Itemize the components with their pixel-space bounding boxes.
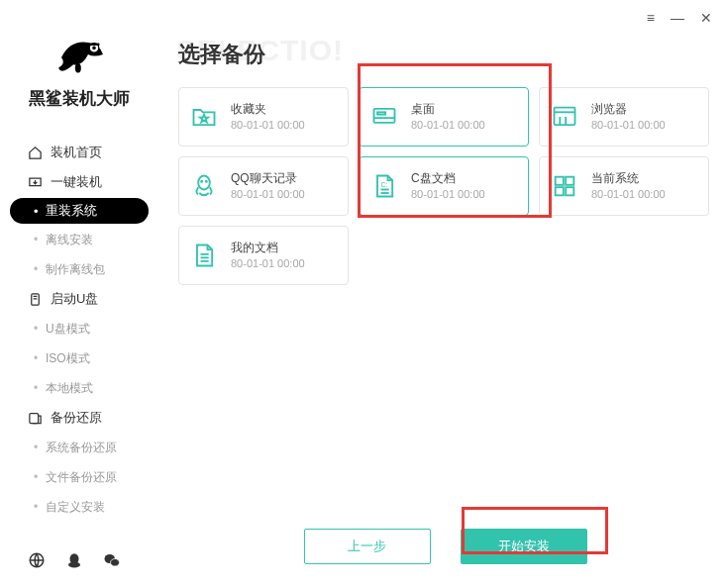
nav-label: 文件备份还原 <box>46 469 117 486</box>
folder-star-icon <box>189 102 219 132</box>
card-date: 80-01-01 00:00 <box>411 187 485 201</box>
nav-label: 备份还原 <box>51 409 102 427</box>
card-date: 80-01-01 00:00 <box>231 256 305 270</box>
svg-point-2 <box>92 47 96 50</box>
nav-offline[interactable]: 离线安装 <box>0 225 158 254</box>
menu-icon[interactable]: ≡ <box>647 10 655 26</box>
svg-rect-14 <box>374 109 395 123</box>
card-text: QQ聊天记录80-01-01 00:00 <box>231 171 305 201</box>
card-text: 桌面80-01-01 00:00 <box>411 102 485 132</box>
nav-usb[interactable]: 启动U盘 <box>0 284 158 314</box>
card-date: 80-01-01 00:00 <box>231 118 305 132</box>
nav-usb-mode[interactable]: U盘模式 <box>0 314 158 343</box>
card-title: QQ聊天记录 <box>231 171 305 187</box>
card-date: 80-01-01 00:00 <box>591 187 666 201</box>
back-button[interactable]: 上一步 <box>304 529 431 564</box>
card-text: C盘文档80-01-01 00:00 <box>411 171 485 201</box>
svg-point-11 <box>68 562 80 568</box>
logo-icon <box>50 22 109 81</box>
card-text: 我的文档80-01-01 00:00 <box>231 241 305 270</box>
nav-label: 离线安装 <box>46 232 93 248</box>
card-title: 收藏夹 <box>231 102 305 118</box>
svg-rect-28 <box>566 177 573 185</box>
main-content: SELECTIO! 选择备份 收藏夹80-01-01 00:00桌面80-01-… <box>178 40 712 588</box>
card-text: 当前系统80-01-01 00:00 <box>591 171 666 201</box>
desktop-icon <box>369 102 399 132</box>
nav-label: 重装系统 <box>46 202 97 220</box>
close-icon[interactable]: ✕ <box>700 10 712 26</box>
backup-card[interactable]: QQ聊天记录80-01-01 00:00 <box>178 156 349 216</box>
card-text: 收藏夹80-01-01 00:00 <box>231 102 305 132</box>
card-title: 我的文档 <box>231 241 305 256</box>
nav-label: 自定义安装 <box>46 499 105 516</box>
svg-rect-15 <box>377 112 385 114</box>
backup-card[interactable]: 浏览器80-01-01 00:00 <box>539 87 709 147</box>
card-title: 浏览器 <box>591 102 666 118</box>
svg-point-21 <box>198 176 210 190</box>
svg-point-0 <box>75 63 81 73</box>
nav-onekey[interactable]: 一键装机 <box>0 167 158 197</box>
nav-label: 启动U盘 <box>51 290 98 308</box>
nav-file-backup[interactable]: 文件备份还原 <box>0 462 158 492</box>
card-title: 当前系统 <box>591 171 666 187</box>
svg-rect-3 <box>89 44 100 46</box>
svg-rect-29 <box>556 187 564 195</box>
usb-icon <box>28 292 43 307</box>
wechat-icon[interactable] <box>103 551 121 574</box>
install-icon <box>28 175 43 190</box>
nav-label: 系统备份还原 <box>46 440 117 456</box>
nav-custom-install[interactable]: 自定义安装 <box>0 492 158 522</box>
backup-card[interactable]: 桌面80-01-01 00:00 <box>359 87 529 147</box>
qq-icon <box>189 171 219 201</box>
nav-label: U盘模式 <box>46 321 90 338</box>
ie-icon[interactable] <box>28 551 46 574</box>
card-title: 桌面 <box>411 102 485 118</box>
svg-point-22 <box>201 181 202 182</box>
card-date: 80-01-01 00:00 <box>411 118 485 132</box>
cards-grid: 收藏夹80-01-01 00:00桌面80-01-01 00:00浏览器80-0… <box>178 87 712 285</box>
svg-rect-30 <box>566 187 573 195</box>
backup-card[interactable]: 当前系统80-01-01 00:00 <box>539 156 709 216</box>
home-icon <box>28 146 43 160</box>
nav-sys-backup[interactable]: 系统备份还原 <box>0 433 158 462</box>
card-date: 80-01-01 00:00 <box>231 187 305 201</box>
logo-block: 黑鲨装机大师 <box>0 22 158 110</box>
backup-card[interactable]: 收藏夹80-01-01 00:00 <box>178 87 349 147</box>
svg-point-23 <box>206 181 207 182</box>
card-text: 浏览器80-01-01 00:00 <box>591 102 666 132</box>
qq-icon[interactable] <box>65 551 83 574</box>
svg-rect-8 <box>30 413 39 423</box>
browser-icon <box>550 102 579 132</box>
nav-home[interactable]: 装机首页 <box>0 138 158 167</box>
bottom-icons <box>28 551 121 574</box>
svg-rect-27 <box>556 177 564 185</box>
svg-text:C:: C: <box>381 181 388 188</box>
page-title: 选择备份 <box>178 40 712 69</box>
backup-card[interactable]: 我的文档80-01-01 00:00 <box>178 226 349 285</box>
nav-backup[interactable]: 备份还原 <box>0 403 158 433</box>
start-install-button[interactable]: 开始安装 <box>461 529 587 564</box>
nav-label: ISO模式 <box>46 350 90 367</box>
button-bar: 上一步 开始安装 <box>178 529 712 564</box>
nav-label: 本地模式 <box>46 380 93 397</box>
grid-icon <box>550 171 579 201</box>
app-name: 黑鲨装机大师 <box>0 87 158 110</box>
card-date: 80-01-01 00:00 <box>591 118 666 132</box>
doc-icon <box>189 241 219 270</box>
nav-local-mode[interactable]: 本地模式 <box>0 373 158 403</box>
nav-reinstall[interactable]: 重装系统 <box>10 198 149 224</box>
backup-card[interactable]: C:C盘文档80-01-01 00:00 <box>359 156 529 216</box>
minimize-icon[interactable]: — <box>671 10 684 26</box>
window-controls: ≡ — ✕ <box>647 10 712 26</box>
nav-make-offline[interactable]: 制作离线包 <box>0 254 158 284</box>
nav-label: 装机首页 <box>51 144 102 161</box>
svg-point-13 <box>111 559 120 567</box>
sidebar: 黑鲨装机大师 装机首页 一键装机 重装系统 离线安装 制作离线包 启动U盘 U盘… <box>0 0 158 588</box>
svg-rect-17 <box>555 108 575 126</box>
nav-label: 一键装机 <box>51 173 102 191</box>
card-title: C盘文档 <box>411 171 485 187</box>
nav-list: 装机首页 一键装机 重装系统 离线安装 制作离线包 启动U盘 U盘模式 ISO模… <box>0 138 158 522</box>
backup-icon <box>28 411 43 426</box>
doc-c-icon: C: <box>369 171 399 201</box>
nav-iso-mode[interactable]: ISO模式 <box>0 343 158 373</box>
